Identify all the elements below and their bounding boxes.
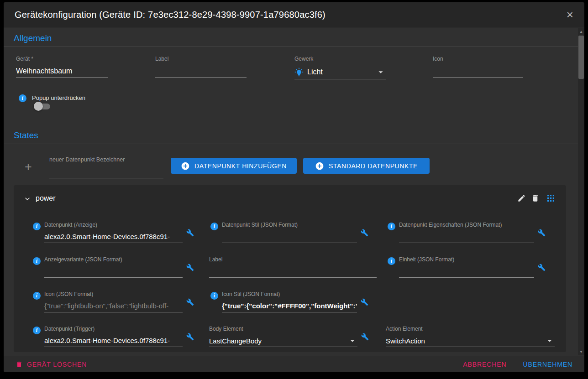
field-label: Body Element: [209, 326, 357, 332]
datapoint-name: power: [36, 194, 56, 202]
dp-stil-input[interactable]: [222, 231, 357, 243]
info-icon[interactable]: i: [33, 327, 41, 334]
delete-device-button[interactable]: GERÄT LÖSCHEN: [16, 361, 87, 368]
scroll-down-button[interactable]: ▼: [578, 348, 584, 355]
dp-eigenschaften-input[interactable]: [399, 231, 534, 243]
action-element-select[interactable]: SwitchAction: [386, 335, 555, 347]
info-icon[interactable]: i: [388, 223, 395, 230]
icon-field: Icon: [433, 56, 523, 78]
standard-datapoints-button[interactable]: STANDARD DATENPUNKTE: [303, 158, 430, 174]
dialog-titlebar: Gerätekonfiguration (Geräte ID: 7e3ec312…: [4, 2, 584, 27]
info-icon[interactable]: i: [388, 257, 395, 265]
vertical-scrollbar: ▲ ▼: [578, 28, 584, 355]
delete-icon[interactable]: [531, 194, 540, 202]
delete-device-label: GERÄT LÖSCHEN: [27, 361, 87, 368]
toggle-knob: [34, 102, 43, 111]
einheit-input[interactable]: [399, 265, 534, 278]
wrench-icon[interactable]: [186, 298, 194, 312]
field-label: Datenpunkt Eigenschaften (JSON Format): [399, 222, 534, 228]
chevron-down-icon: [545, 336, 555, 346]
wrench-icon[interactable]: [538, 229, 546, 243]
scrollbar-thumb[interactable]: [578, 36, 584, 79]
field-label: Icon (JSON Format): [44, 291, 183, 297]
trash-icon: [16, 361, 23, 368]
gewerk-label: Gewerk: [294, 56, 386, 62]
gewerk-selected-value: Licht: [307, 66, 323, 78]
popup-suppress-label: Popup unterdrücken: [32, 94, 85, 101]
field-label: Anzeigevariante (JSON Format): [44, 256, 183, 263]
icon-input[interactable]: [433, 65, 523, 78]
geraet-input[interactable]: Weihnachtsbaum: [16, 65, 108, 78]
lightbulb-icon: [294, 67, 304, 77]
dp-trigger-input[interactable]: alexa2.0.Smart-Home-Devices.0f788c91-: [44, 335, 183, 347]
cancel-button[interactable]: ABBRECHEN: [463, 361, 506, 368]
collapse-chevron-icon[interactable]: [23, 194, 32, 203]
dialog-footer: GERÄT LÖSCHEN ABBRECHEN ÜBERNEHMEN: [4, 356, 584, 372]
drag-handle-icon[interactable]: [547, 195, 554, 202]
info-icon[interactable]: i: [210, 223, 218, 230]
info-icon[interactable]: i: [210, 292, 218, 300]
wrench-icon[interactable]: [361, 298, 368, 312]
body-element-select[interactable]: LastChangeBody: [209, 335, 357, 347]
field-label: Datenpunkt Stil (JSON Format): [222, 222, 357, 228]
field-einheit: i Einheit (JSON Format): [388, 256, 546, 278]
add-datapoint-button-label: DATENPUNKT HINZUFÜGEN: [194, 162, 287, 170]
section-heading-allgemein: Allgemein: [14, 33, 52, 43]
scrollbar-track[interactable]: [578, 35, 584, 348]
icon-json-input[interactable]: {"true":"lightbulb-on","false":"lightbul…: [44, 300, 183, 312]
field-anzeigevariante: i Anzeigevariante (JSON Format): [33, 256, 194, 278]
dialog-content: Allgemein Gerät * Weihnachtsbaum Label G…: [4, 27, 584, 356]
label-label: Label: [155, 56, 247, 62]
popup-suppress-toggle[interactable]: [34, 102, 52, 111]
info-icon[interactable]: i: [33, 257, 41, 265]
label-field: Label: [155, 56, 247, 78]
new-datapoint-label: neuer Datenpunkt Bezeichner: [49, 156, 163, 163]
new-datapoint-input[interactable]: [49, 166, 163, 178]
field-datenpunkt-stil: i Datenpunkt Stil (JSON Format): [210, 222, 368, 243]
field-label: Datenpunkt (Trigger): [44, 326, 183, 332]
field-icon-json: i Icon (JSON Format) {"true":"lightbulb-…: [33, 291, 194, 312]
icon-stil-input[interactable]: {"true":{"color":"#FFFF00","fontWeight":…: [222, 300, 357, 312]
standard-datapoints-button-label: STANDARD DATENPUNKTE: [329, 162, 418, 170]
gewerk-select[interactable]: Licht: [294, 65, 386, 79]
divider: [4, 144, 584, 144]
add-circle-icon: [315, 161, 324, 171]
action-element-selected-value: SwitchAction: [386, 335, 425, 347]
new-datapoint-field: neuer Datenpunkt Bezeichner: [49, 156, 163, 178]
wrench-icon[interactable]: [538, 264, 546, 278]
info-icon[interactable]: i: [19, 94, 26, 102]
field-datenpunkt-anzeige: i Datenpunkt (Anzeige) alexa2.0.Smart-Ho…: [33, 222, 194, 243]
close-icon[interactable]: ×: [567, 9, 573, 21]
wrench-icon[interactable]: [186, 264, 194, 278]
field-label: Datenpunkt (Anzeige): [44, 222, 183, 228]
icon-label: Icon: [433, 56, 523, 62]
field-label: Action Element: [386, 326, 555, 332]
info-icon[interactable]: i: [33, 292, 41, 300]
dialog-title: Gerätekonfiguration (Geräte ID: 7e3ec312…: [15, 10, 326, 20]
field-datenpunkt-trigger: i Datenpunkt (Trigger) alexa2.0.Smart-Ho…: [33, 326, 194, 347]
wrench-icon[interactable]: [361, 333, 369, 347]
wrench-icon[interactable]: [186, 333, 194, 347]
state-label-input[interactable]: [209, 265, 377, 278]
geraet-field: Gerät * Weihnachtsbaum: [16, 56, 108, 78]
scroll-up-button[interactable]: ▲: [578, 28, 584, 35]
field-state-label: Label: [209, 256, 377, 278]
wrench-icon[interactable]: [361, 229, 368, 243]
edit-icon[interactable]: [517, 194, 526, 202]
anzeigevariante-input[interactable]: [44, 265, 183, 278]
add-circle-icon: [181, 161, 190, 171]
field-body-element: Body Element LastChangeBody: [209, 326, 369, 347]
chevron-down-icon: [376, 67, 386, 77]
label-input[interactable]: [155, 65, 247, 78]
geraet-label: Gerät *: [16, 56, 108, 62]
field-action-element: Action Element SwitchAction: [386, 326, 555, 347]
chevron-down-icon: [347, 336, 357, 346]
dp-anzeige-input[interactable]: alexa2.0.Smart-Home-Devices.0f788c91-: [44, 231, 183, 243]
add-datapoint-button[interactable]: DATENPUNKT HINZUFÜGEN: [171, 158, 297, 174]
body-element-selected-value: LastChangeBody: [209, 335, 262, 347]
wrench-icon[interactable]: [186, 229, 194, 243]
apply-button[interactable]: ÜBERNEHMEN: [523, 361, 572, 368]
power-datapoint-card: power i Datenpunkt (Anzeige) alexa2.0.Sm…: [14, 185, 566, 352]
info-icon[interactable]: i: [33, 223, 41, 230]
field-label: Label: [209, 256, 377, 263]
